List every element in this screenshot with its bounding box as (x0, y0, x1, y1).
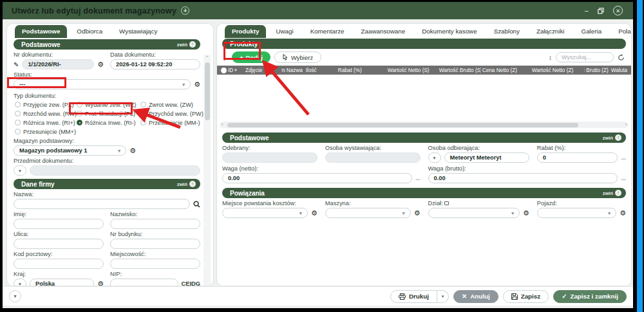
collapse-control[interactable]: zwiń ↑ (603, 190, 621, 196)
save-and-close-button[interactable]: ✓ Zapisz i zamknij (553, 290, 627, 303)
text-input[interactable] (14, 239, 104, 249)
doc-type-radio[interactable]: Prot. likwidacji (PL) (77, 109, 140, 118)
left-panel-scrollbar[interactable]: ⌃ ⌄ (204, 55, 211, 286)
choose-product-button[interactable]: Wybierz (274, 51, 321, 63)
column-header[interactable]: Wartość Brutto (Z) ▾ (584, 68, 610, 73)
relation-select[interactable]: ▾ (325, 208, 411, 218)
column-header[interactable]: ID ▾ (220, 68, 244, 73)
footer-collapse-button[interactable]: ▾ (9, 290, 21, 302)
doc-type-radio[interactable]: Różnica Inwe. (RI-) (77, 118, 140, 127)
ceidg-link[interactable]: CEIDG (182, 280, 200, 286)
gear-icon[interactable]: ⚙ (311, 208, 317, 218)
doc-type-radio[interactable]: Wydanie zew. (WZ) (77, 100, 140, 109)
doc-type-radio[interactable]: Przesunięcie (MM-) (140, 118, 204, 127)
doc-date-field[interactable]: 2026-01-12 09:52:20 (110, 59, 200, 69)
column-header[interactable]: Wartość Netto (Z) ▾ (531, 68, 584, 73)
hscrollbar-thumb[interactable] (227, 123, 578, 127)
refresh-icon[interactable] (618, 54, 625, 61)
gear-icon[interactable]: ⚙ (620, 208, 626, 218)
subject-caret-button[interactable]: ▾ (14, 165, 26, 176)
right-tab[interactable]: Szablony (487, 25, 527, 38)
discount-input[interactable]: 0 (537, 152, 618, 163)
right-tab[interactable]: Produkty (225, 25, 266, 38)
gear-icon[interactable]: ⚙ (414, 208, 421, 218)
print-button[interactable]: Drukuj (390, 290, 437, 303)
weight-net-input[interactable]: 0.00 (222, 173, 412, 183)
weight-gross-input[interactable]: 0.00 (428, 173, 618, 183)
right-tab[interactable]: Zaawansowane (354, 25, 413, 38)
text-input[interactable] (110, 259, 200, 269)
receiver-select[interactable]: Meteoryt Meteoryt (444, 152, 529, 163)
collapse-control[interactable]: zwiń ↑ (177, 181, 196, 187)
products-table-body[interactable] (217, 75, 631, 122)
column-header[interactable]: Waluta ▾ (610, 68, 629, 73)
scroll-up-icon[interactable]: ⌃ (204, 55, 211, 60)
right-tab[interactable]: Galeria (574, 25, 609, 38)
right-tab[interactable]: Dokumenty kasowe (415, 25, 484, 38)
gear-icon[interactable]: ⚙ (194, 79, 200, 89)
scroll-right-icon[interactable]: › (625, 122, 627, 128)
country-select[interactable]: Polska (30, 279, 94, 286)
status-select[interactable]: --- ▾ (14, 79, 191, 89)
horizontal-scrollbar[interactable]: ‹ › (220, 122, 629, 128)
more-options-icon[interactable]: ... (621, 154, 626, 161)
right-tab[interactable]: Pola dodatkowe (611, 25, 632, 38)
save-button[interactable]: Zapisz (503, 290, 549, 303)
right-tab[interactable]: Komentarze (303, 25, 352, 38)
pencil-icon[interactable]: ✎ (14, 61, 19, 68)
gear-icon[interactable]: ⚙ (97, 279, 104, 286)
column-header[interactable]: Nazwa ▾ (285, 68, 305, 73)
relation-select[interactable]: ▾ (537, 208, 616, 218)
column-header[interactable]: Ilość ▾ (305, 68, 337, 73)
text-input[interactable] (14, 219, 104, 229)
cancel-button[interactable]: ✕ Anuluj (453, 290, 498, 303)
country-caret-button[interactable]: ▾ (14, 279, 26, 286)
doc-type-radio[interactable]: Rozchód wew. (RW) (15, 109, 77, 118)
gear-icon[interactable]: ⚙ (97, 59, 104, 69)
doc-type-radio[interactable]: Różnica Inwe. (RI+) (15, 118, 77, 127)
column-header[interactable]: Rabat (%) ▾ (337, 68, 386, 73)
left-tab[interactable]: Podstawowe (15, 25, 67, 38)
doc-type-radio[interactable]: Przychód wew. (PW) (140, 109, 204, 118)
column-header[interactable]: Zdjęcie ▾ (244, 68, 281, 73)
sort-updown-icon[interactable]: ↕ (549, 54, 552, 61)
doc-type-radio[interactable]: Przyjęcie zew. (PZ) (15, 100, 77, 109)
column-header[interactable]: Cena Netto (Z) ▾ (481, 68, 531, 73)
scroll-left-icon[interactable]: ‹ (222, 122, 223, 128)
relation-select[interactable]: ▾ (222, 208, 308, 218)
scrollbar-thumb[interactable] (205, 62, 210, 120)
text-input[interactable] (110, 239, 200, 249)
search-icon[interactable] (193, 201, 200, 208)
gear-icon[interactable]: ⚙ (129, 145, 136, 156)
right-tab[interactable]: Załączniki (529, 25, 572, 38)
text-input[interactable] (110, 219, 200, 229)
more-options-icon[interactable]: ... (621, 175, 626, 181)
column-header[interactable]: Wartość Brutto (S) ▾ (438, 68, 481, 73)
close-button[interactable]: ✕ (613, 6, 623, 15)
warehouse-select[interactable]: Magazyn podstawowy 1 ▾ (14, 145, 126, 156)
nip-input[interactable] (110, 279, 178, 286)
add-product-button[interactable]: + Dodaj (232, 51, 270, 63)
search-box[interactable] (556, 52, 614, 62)
more-options-icon[interactable]: ... (415, 175, 421, 181)
doc-type-radio[interactable]: Przesunięcie (MM+) (15, 127, 77, 136)
circle-plus-icon[interactable]: + (181, 6, 189, 15)
text-input[interactable] (14, 259, 104, 269)
left-tab[interactable]: Odbiorca (70, 25, 109, 38)
collapse-control[interactable]: zwiń ↑ (177, 41, 196, 48)
kebab-menu-icon[interactable]: ⋮ (221, 53, 228, 62)
restore-button[interactable] (598, 8, 604, 14)
select-all-circle[interactable] (221, 68, 227, 73)
receiver-caret-button[interactable]: ▾ (428, 152, 441, 163)
relation-select[interactable]: ▾ (428, 208, 520, 218)
right-tab[interactable]: Uwagi (269, 25, 300, 38)
gear-icon[interactable]: ⚙ (523, 208, 529, 218)
company-name-input[interactable] (14, 199, 190, 209)
left-tab[interactable]: Wystawiający (112, 25, 164, 38)
minimize-button[interactable]: − (585, 7, 589, 15)
print-options-caret[interactable]: ▾ (437, 290, 449, 303)
column-header[interactable]: Wartość Netto (S) ▾ (386, 68, 438, 73)
doc-type-radio[interactable]: Zwrot wew. (ZW) (140, 100, 204, 109)
collapse-control[interactable]: zwiń ↑ (603, 134, 621, 141)
search-input[interactable] (562, 54, 608, 60)
